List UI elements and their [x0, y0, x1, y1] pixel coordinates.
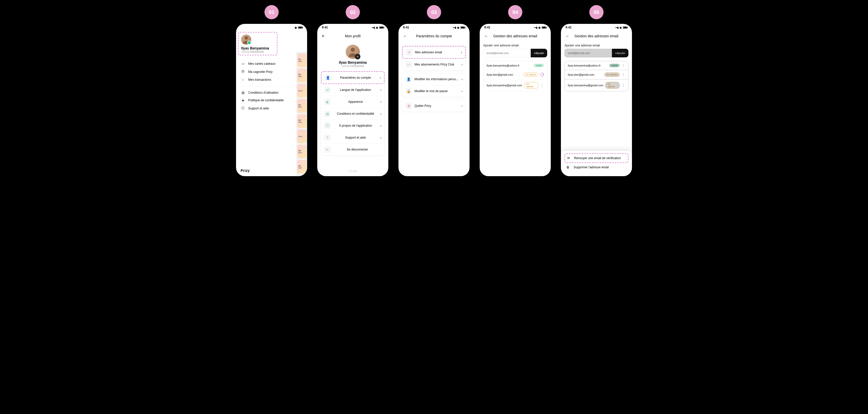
step-badge-02: 02: [346, 5, 360, 19]
list-item-label: Support et aide: [333, 136, 378, 139]
user-phone: +(213) 666666666: [241, 50, 274, 53]
mail-icon: ✉: [406, 49, 412, 56]
status-time: 9:41: [403, 26, 409, 29]
list-item[interactable]: 🔒Modifier le mot de passe›: [402, 85, 466, 97]
more-dots-icon[interactable]: ⋮: [622, 73, 625, 76]
trash-icon: 🗑: [565, 166, 570, 169]
status-badge: Validé: [609, 64, 620, 67]
sidebar-item[interactable]: ▭Mes cartes cadeaux: [240, 60, 304, 67]
user-name: Ilyas Benyamina: [241, 46, 274, 50]
battery-icon: [379, 26, 384, 29]
step-badge-04: 04: [508, 5, 522, 19]
chevron-right-icon: ›: [461, 62, 463, 66]
sidebar-item-label: Mes transactions: [248, 78, 271, 82]
add-button[interactable]: +Ajouter: [612, 49, 628, 57]
page-title: Paramètres du compte: [416, 34, 452, 38]
chevron-right-icon: ›: [380, 136, 381, 140]
arrows-icon: ↕: [241, 78, 245, 82]
battery-icon: [298, 26, 303, 29]
list-item-label: Apparence: [333, 100, 378, 104]
list-item[interactable]: ▭Mes abonnements Prizy Club›: [402, 59, 466, 70]
list-item[interactable]: 👤Paramètres du compte›: [321, 71, 384, 84]
phone-screen-3: 9:41 ← Paramètres du compte ✉Mes adresse…: [399, 24, 469, 176]
email-input[interactable]: [483, 49, 531, 57]
menu-divider: [240, 86, 304, 86]
email-input[interactable]: [564, 49, 612, 57]
phone-screen-1: ZDDZDZDDZDedooZDDZDZDDZDedooZDDZDZDDZD I…: [236, 24, 307, 176]
chevron-right-icon: ›: [461, 77, 463, 81]
shield-icon: ◈: [241, 98, 245, 102]
page-title: Gestion des adresses email: [575, 34, 619, 38]
sheet-item[interactable]: 🗑Supprimer l'adresse email: [564, 163, 628, 172]
list-item[interactable]: ✉Mes adresses email›: [402, 46, 466, 59]
background-card: ZDDZD: [297, 68, 307, 82]
list-item[interactable]: ⓘÀ propos de l'application›: [321, 120, 384, 132]
doc-icon: ▤: [241, 91, 245, 94]
status-badge: En attente: [604, 72, 620, 77]
page-title: Gestion des adresses email: [493, 34, 537, 38]
list-item[interactable]: 🗑Quitter Prizy›: [402, 100, 466, 112]
sheet-item[interactable]: ✉Renvoyer une email de vérification: [564, 153, 628, 163]
background-card: ZDDZD: [297, 160, 307, 174]
user-name: Ilyas Benyamina: [321, 60, 385, 64]
brand-logo: Prizy: [241, 169, 250, 173]
sidebar-item[interactable]: ⓘSupport et aide: [240, 104, 304, 113]
chevron-right-icon: ›: [461, 104, 463, 108]
sidebar-item[interactable]: ◈Politique de confidentialité: [240, 96, 304, 104]
more-dots-icon[interactable]: ⋮: [622, 84, 625, 87]
email-row: ilyas.benyamina@yahoo.frValidé⋮: [565, 61, 628, 70]
chevron-right-icon: ›: [461, 50, 462, 54]
back-icon[interactable]: ←: [484, 34, 488, 38]
sidebar-item[interactable]: ⓅMa cagnotte Prizy: [240, 67, 304, 76]
list-item-label: Se déconnecter: [333, 148, 381, 151]
user-icon: 👤: [405, 76, 412, 83]
list-item[interactable]: ◐Apparence›: [321, 96, 384, 108]
background-card: edoo: [297, 84, 307, 97]
more-dots-icon[interactable]: ⋮: [622, 64, 625, 67]
back-icon[interactable]: ←: [565, 34, 569, 38]
avatar[interactable]: ✎: [346, 45, 360, 59]
back-icon[interactable]: ←: [403, 34, 407, 38]
list-item[interactable]: ⇄Langue de l'application›: [321, 84, 384, 96]
phone-screen-4: 9:41 ← Gestion des adresses email Ajoute…: [480, 24, 551, 176]
chevron-right-icon: ›: [461, 89, 463, 93]
background-cards-strip: ZDDZDZDDZDedooZDDZDZDDZDedooZDDZDZDDZD: [297, 52, 307, 176]
menu-icon[interactable]: ≡: [322, 34, 324, 38]
user-phone: +(213) 666666666: [321, 64, 385, 67]
email-address: ilyas.benyamina@yahoo.fr: [487, 64, 532, 67]
wifi-icon: [457, 26, 459, 29]
more-dots-icon[interactable]: ⋮: [540, 84, 544, 87]
avatar[interactable]: [241, 34, 251, 45]
status-badge: Validé: [534, 64, 544, 67]
list-item-label: Mes abonnements Prizy Club: [414, 63, 459, 66]
background-card: ZDDZD: [297, 99, 307, 113]
wifi-icon: [620, 26, 622, 29]
sidebar-item[interactable]: ↕Mes transactions: [240, 76, 304, 84]
list-item[interactable]: 👤Modifier les informations perso...›: [402, 73, 466, 85]
step-badge-03: 03: [427, 5, 441, 19]
status-badge: En attente: [523, 72, 538, 77]
list-item-label: Paramètres du compte: [334, 76, 377, 80]
list-item[interactable]: ⇤Se déconnecter: [321, 144, 384, 155]
sidebar-item[interactable]: ▤Conditions d'utilisation: [240, 89, 304, 96]
coin-icon: Ⓟ: [241, 69, 245, 74]
status-bar: 9:41: [317, 24, 388, 31]
more-dots-icon[interactable]: ⋮: [540, 73, 544, 77]
sidebar-item-label: Mes cartes cadeaux: [248, 62, 275, 65]
edit-avatar-icon[interactable]: ✎: [355, 54, 361, 59]
list-item-label: Quitter Prizy: [414, 104, 459, 108]
add-button[interactable]: +Ajouter: [531, 49, 547, 57]
email-address: ilyas.benyamina@gmail.com: [568, 84, 603, 87]
trash-icon: 🗑: [405, 102, 412, 109]
signal-icon: [615, 26, 619, 29]
list-item[interactable]: ?Support et aide›: [321, 132, 384, 144]
battery-icon: [460, 26, 465, 29]
profile-header-highlight[interactable]: Ilyas Benyamina +(213) 666666666: [238, 32, 277, 55]
club-icon: ▭: [405, 61, 412, 68]
sheet-item-label: Supprimer l'adresse email: [574, 166, 609, 169]
background-card: ZDDZD: [297, 53, 307, 67]
list-item[interactable]: ▤Conditions et confidentialité›: [321, 108, 384, 120]
header: ≡ Mon profil: [317, 31, 388, 41]
signal-icon: [453, 26, 456, 29]
wifi-icon: [294, 26, 297, 29]
